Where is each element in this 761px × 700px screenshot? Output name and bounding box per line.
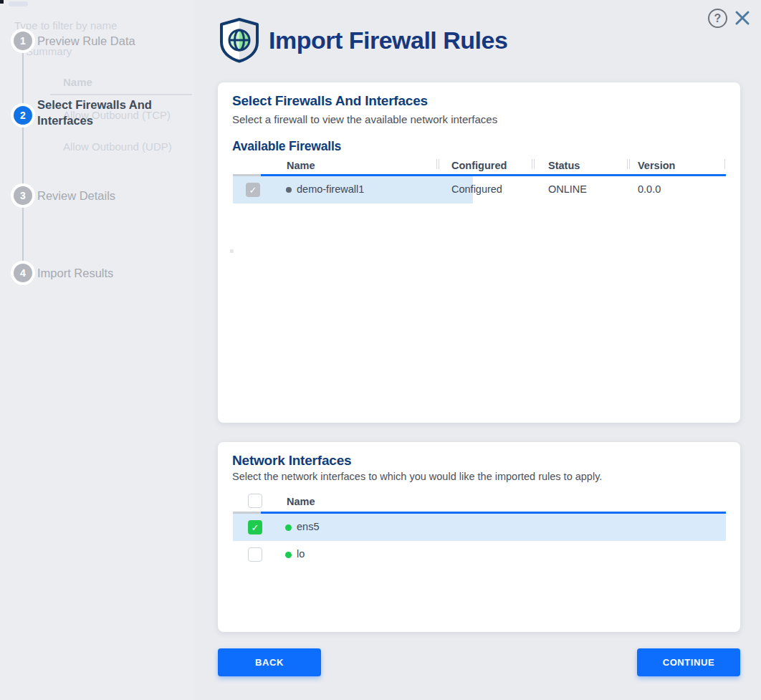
dialog-header: Import Firewall Rules xyxy=(219,17,507,63)
import-firewall-rules-dialog: Type to filter by name Summary Name Allo… xyxy=(0,0,761,700)
check-icon: ✓ xyxy=(249,185,257,196)
step-1-circle: 1 xyxy=(14,32,32,50)
back-button[interactable]: BACK xyxy=(218,648,321,676)
firewall-configured-cell: Configured xyxy=(451,183,502,195)
interfaces-column-header-name[interactable]: Name xyxy=(287,496,315,507)
step-4-number: 4 xyxy=(20,267,26,279)
firewall-row-checkbox[interactable]: ✓ xyxy=(246,183,260,197)
firewall-name-cell: demo-firewall1 xyxy=(297,183,364,195)
column-resize-handle[interactable] xyxy=(627,159,630,169)
shield-globe-icon xyxy=(219,17,260,63)
page-title: Import Firewall Rules xyxy=(269,27,507,54)
column-header-name[interactable]: Name xyxy=(287,160,315,171)
step-3-circle: 3 xyxy=(14,186,32,205)
close-icon xyxy=(734,9,751,27)
ghost-rule-row-2: Allow Outbound (UDP) xyxy=(63,140,172,153)
table-row-interface-ens5[interactable]: ✓ ens5 xyxy=(218,514,740,541)
step-3-label: Review Details xyxy=(37,188,184,203)
interfaces-card-subtitle: Select the network interfaces to which y… xyxy=(232,471,602,482)
ghost-name-header: Name xyxy=(63,76,92,88)
ghost-filter-input: Type to filter by name xyxy=(14,19,117,32)
interfaces-card-title: Network Interfaces xyxy=(232,453,351,469)
continue-button[interactable]: CONTINUE xyxy=(637,648,740,676)
ghost-divider xyxy=(50,94,192,95)
step-2-circle: 2 xyxy=(14,106,32,125)
step-1-number: 1 xyxy=(20,35,26,47)
close-button[interactable] xyxy=(732,9,752,29)
interface-up-dot xyxy=(285,524,292,531)
step-1-label: Preview Rule Data xyxy=(37,33,184,49)
available-firewalls-title: Available Firewalls xyxy=(232,139,341,154)
column-header-configured[interactable]: Configured xyxy=(451,160,507,171)
step-2-number: 2 xyxy=(20,110,26,121)
check-icon: ✓ xyxy=(252,522,259,533)
firewall-status-dot xyxy=(286,187,292,193)
help-button[interactable]: ? xyxy=(708,9,727,28)
column-header-status[interactable]: Status xyxy=(548,160,580,171)
network-interfaces-card: Network Interfaces Select the network in… xyxy=(218,442,740,632)
wizard-stepper-sidebar: Type to filter by name Summary Name Allo… xyxy=(0,0,193,700)
interface-up-dot xyxy=(285,552,292,558)
select-all-interfaces-checkbox[interactable]: ✓ xyxy=(248,494,262,508)
select-firewalls-card: Select Firewalls And Interfaces Select a… xyxy=(218,82,740,423)
table-row-interface-lo[interactable]: ✓ lo xyxy=(218,541,740,568)
interface-name-cell: ens5 xyxy=(297,521,319,532)
stepper-connector-line xyxy=(22,41,24,273)
column-header-version[interactable]: Version xyxy=(638,160,675,171)
column-resize-handle[interactable] xyxy=(532,159,535,169)
step-3-number: 3 xyxy=(20,190,26,201)
step-2-label: Select Firewalls And Interfaces xyxy=(37,97,184,128)
step-4-label: Import Results xyxy=(37,265,184,281)
help-icon: ? xyxy=(714,12,722,25)
column-resize-handle[interactable] xyxy=(436,159,439,169)
dialog-main-panel: ? Import Firewall Rules Select Firewalls… xyxy=(193,0,761,700)
column-resize-handle[interactable] xyxy=(724,159,727,169)
interface-lo-checkbox[interactable]: ✓ xyxy=(248,547,262,562)
table-row-firewall[interactable]: ✓ demo-firewall1 Configured ONLINE 0.0.0 xyxy=(218,176,740,203)
background-artifact-bar xyxy=(9,1,28,6)
firewall-version-cell: 0.0.0 xyxy=(638,183,661,195)
firewalls-card-title: Select Firewalls And Interfaces xyxy=(232,93,428,109)
interface-ens5-checkbox[interactable]: ✓ xyxy=(248,520,262,534)
interface-name-cell: lo xyxy=(297,548,305,560)
firewalls-card-subtitle: Select a firewall to view the available … xyxy=(232,113,497,125)
table-artifact-dot xyxy=(230,249,234,253)
background-artifact xyxy=(0,0,4,4)
step-4-circle: 4 xyxy=(14,264,32,282)
firewall-status-cell: ONLINE xyxy=(548,183,587,195)
